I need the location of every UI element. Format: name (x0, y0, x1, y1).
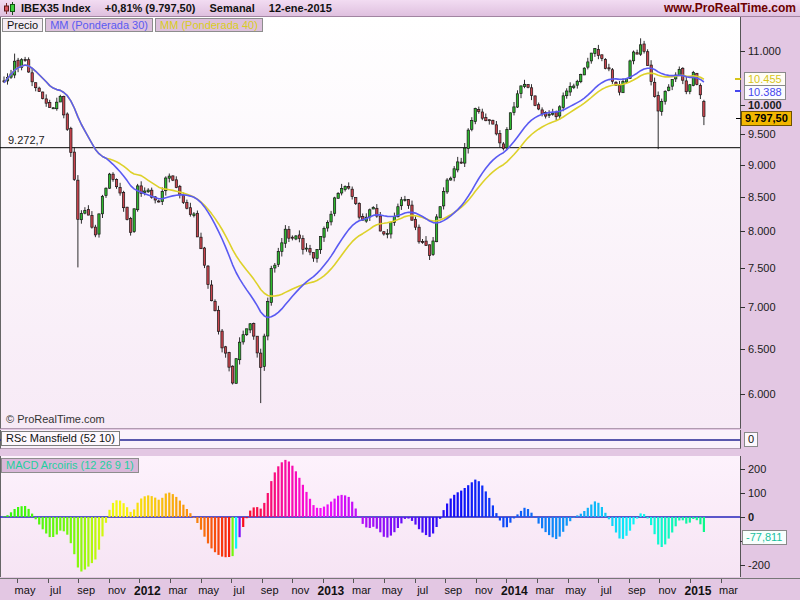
axis-tick-mark (740, 493, 745, 494)
x-axis-tick (323, 579, 324, 583)
x-axis-label-may-12: may (382, 584, 403, 596)
x-axis-label-may-18: may (565, 584, 586, 596)
axis-tick-mark (740, 197, 745, 198)
x-axis-tick (353, 579, 354, 583)
axis-tick-mark (740, 307, 745, 308)
x-axis-tick (109, 579, 110, 583)
x-axis-tick (568, 579, 569, 583)
x-axis-tick (506, 579, 507, 583)
x-axis-tick (262, 579, 263, 583)
macd-tick-200: 200 (740, 462, 766, 476)
ma40-legend[interactable]: MM (Ponderada 40) (155, 18, 263, 32)
x-axis-label-sep-2: sep (77, 584, 95, 596)
x-axis-tick (476, 579, 477, 583)
x-axis-tick (201, 579, 202, 583)
x-axis-label-nov-21: nov (659, 584, 677, 596)
time-axis[interactable]: mayjulsepnov2012marmayjulsepnov2013marma… (0, 578, 800, 600)
ma40-axis-tick (735, 78, 741, 80)
macd-tick--200: -200 (740, 558, 770, 572)
x-axis-label-jul-7: jul (234, 584, 245, 596)
axis-tick-mark (740, 469, 745, 470)
last-price-box: 9.797,50 (741, 111, 792, 126)
x-axis-label-nov-15: nov (475, 584, 493, 596)
price-tick-9.000: 9.000 (740, 158, 776, 172)
axis-tick-mark (740, 565, 745, 566)
x-axis-tick (384, 579, 385, 583)
x-axis-label-jul-13: jul (417, 584, 428, 596)
x-axis-tick (415, 579, 416, 583)
rsc-indicator-label[interactable]: RSc Mansfield (52 10) (1, 431, 120, 446)
x-axis-label-2012-4: 2012 (134, 584, 161, 598)
x-axis-tick (78, 579, 79, 583)
x-axis-label-2014-16: 2014 (501, 584, 528, 598)
x-axis-tick (231, 579, 232, 583)
macd-tick-100: 100 (740, 486, 766, 500)
rsc-zero-box: 0 (744, 432, 758, 447)
price-tick-9.500: 9.500 (740, 127, 776, 141)
x-axis-label-nov-9: nov (291, 584, 309, 596)
macd-tick-0: 0 (740, 510, 754, 524)
x-axis-label-sep-20: sep (628, 584, 646, 596)
ma30-axis-tick (735, 90, 741, 92)
horizontal-line-label[interactable]: 9.272,7 (8, 134, 45, 146)
axis-tick-mark (740, 231, 745, 232)
x-axis-tick (721, 579, 722, 583)
ma30-value-box: 10.388 (744, 85, 786, 100)
x-axis-tick (48, 579, 49, 583)
x-axis-tick (690, 579, 691, 583)
x-axis-label-2015-22: 2015 (685, 584, 712, 598)
x-axis-tick (445, 579, 446, 583)
x-axis-tick (629, 579, 630, 583)
price-legend[interactable]: Precio (2, 18, 43, 32)
axis-tick-mark (740, 517, 745, 518)
macd-indicator-label[interactable]: MACD Arcoiris (12 26 9 1) (1, 458, 139, 473)
legend-row: Precio MM (Ponderada 30) MM (Ponderada 4… (2, 18, 265, 32)
x-axis-tick (659, 579, 660, 583)
x-axis-label-2013-10: 2013 (318, 584, 345, 598)
x-axis-label-nov-3: nov (108, 584, 126, 596)
x-axis-label-may-0: may (15, 584, 36, 596)
price-tick-7.000: 7.000 (740, 300, 776, 314)
x-axis-label-mar-23: mar (719, 584, 738, 596)
x-axis-label-sep-8: sep (261, 584, 279, 596)
axis-tick-mark (740, 165, 745, 166)
x-axis-label-may-6: may (198, 584, 219, 596)
axis-tick-mark (740, 134, 745, 135)
x-axis-tick (598, 579, 599, 583)
price-tick-6.000: 6.000 (740, 387, 776, 401)
axis-tick-mark (740, 394, 745, 395)
price-tick-8.000: 8.000 (740, 224, 776, 238)
macd-last-value-box: -77,811 (742, 530, 787, 545)
x-axis-label-jul-1: jul (50, 584, 61, 596)
chart-canvas[interactable] (0, 0, 741, 578)
x-axis-tick (17, 579, 18, 583)
x-axis-label-jul-19: jul (601, 584, 612, 596)
price-tick-10.000: 10.000 (740, 98, 782, 112)
watermark: © ProRealTime.com (6, 413, 105, 425)
x-axis-tick (292, 579, 293, 583)
x-axis-tick (537, 579, 538, 583)
x-axis-tick (139, 579, 140, 583)
ma30-legend[interactable]: MM (Ponderada 30) (45, 18, 153, 32)
x-axis-label-mar-17: mar (536, 584, 555, 596)
axis-tick-mark (740, 105, 745, 106)
price-tick-8.500: 8.500 (740, 190, 776, 204)
price-tick-6.500: 6.500 (740, 342, 776, 356)
x-axis-label-mar-11: mar (352, 584, 371, 596)
price-tick-7.500: 7.500 (740, 261, 776, 275)
x-axis-label-sep-14: sep (444, 584, 462, 596)
axis-tick-mark (740, 268, 745, 269)
price-tick-11.000: 11.000 (740, 44, 781, 58)
axis-tick-mark (740, 51, 745, 52)
x-axis-label-mar-5: mar (168, 584, 187, 596)
x-axis-tick (170, 579, 171, 583)
axis-tick-mark (740, 349, 745, 350)
